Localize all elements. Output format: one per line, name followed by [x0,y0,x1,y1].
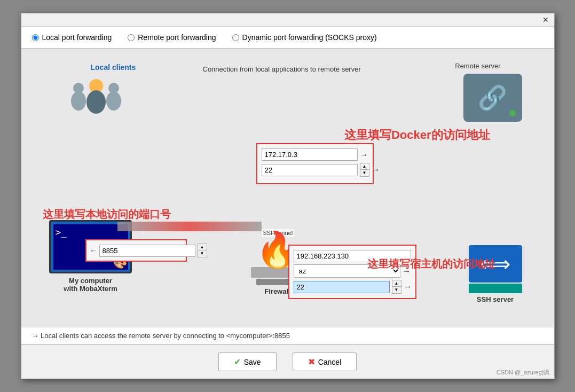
local-port-spinner[interactable]: ▲ ▼ [198,244,207,257]
local-spinner-down[interactable]: ▼ [198,250,207,257]
local-clients-icon [64,74,128,122]
remote-server-icon: 🔗 [463,74,522,122]
left-arrow-icon: ← [90,246,97,255]
svg-point-1 [71,91,86,111]
ssh-server-area: ⟺ SSH server [463,245,527,303]
main-area: Local clients Connection from local appl… [21,49,554,327]
local-port-annotation: 这里填写本地访问的端口号 [43,207,171,221]
ssh-port-spinner[interactable]: ▲ ▼ [392,280,401,294]
cancel-label: Cancel [318,358,342,366]
local-port-box: ← ▲ ▼ [85,239,187,262]
save-button[interactable]: ✔ Save [218,352,277,371]
ssh-port-input[interactable] [294,281,390,293]
remote-server-label: Remote server [455,62,500,70]
save-icon: ✔ [234,357,241,367]
spinner-up[interactable]: ▲ [360,163,369,170]
ssh-spinner-up[interactable]: ▲ [392,280,401,287]
radio-remote-input[interactable] [128,34,135,41]
my-computer-label: My computer with MobaXterm [43,277,139,293]
radio-dynamic-label: Dynamic port forwarding (SOCKS proxy) [242,33,377,42]
svg-point-5 [86,90,106,114]
status-text: → Local clients can access the remote se… [32,332,290,340]
connection-desc-label: Connection from local applications to re… [203,65,361,73]
radio-local[interactable]: Local port forwarding [32,33,112,42]
local-port-row: ← ▲ ▼ [90,244,183,257]
title-bar: ✕ [21,13,554,27]
ssh-spinner-down[interactable]: ▼ [392,287,401,293]
ssh-server-label: SSH server [463,295,527,303]
radio-local-label: Local port forwarding [42,33,112,42]
ssh-port-row: ▲ ▼ → [294,280,411,294]
watermark: CSDN @_azureg)涡 [497,369,550,377]
terminal-cursor: >_ [56,226,67,238]
local-port-input[interactable] [99,245,195,257]
close-button[interactable]: ✕ [540,15,551,24]
cancel-icon: ✖ [308,357,315,367]
radio-local-input[interactable] [32,34,39,41]
button-bar: ✔ Save ✖ Cancel [21,344,554,379]
main-dialog: ✕ Local port forwarding Remote port forw… [21,13,555,379]
tunnel-bar [117,222,262,231]
radio-dynamic[interactable]: Dynamic port forwarding (SOCKS proxy) [232,33,377,42]
remote-port-input[interactable] [262,164,358,176]
radio-remote-label: Remote port forwarding [138,33,216,42]
ssh-server-base [469,284,522,293]
remote-port-spinner[interactable]: ▲ ▼ [360,163,369,177]
diagram: Local clients Connection from local appl… [32,58,544,314]
green-dot [509,110,516,116]
arrow-right-icon: → [360,150,368,160]
annotation-top: 这里填写Docker的访问地址 [344,127,490,143]
cancel-button[interactable]: ✖ Cancel [293,352,357,371]
status-bar: → Local clients can access the remote se… [21,327,554,344]
annotation-bottom: 这里填写宿主机的访问地址 [367,257,495,271]
remote-port-row: ▲ ▼ → [262,163,368,177]
local-spinner-up[interactable]: ▲ [198,244,207,250]
radio-dynamic-input[interactable] [232,34,239,41]
remote-host-input[interactable] [262,148,358,161]
remote-server-input-box: → ▲ ▼ → [256,143,374,184]
arrow-right-icon4: → [404,282,412,292]
svg-point-3 [106,91,121,111]
local-clients-label: Local clients [91,63,136,72]
radio-bar: Local port forwarding Remote port forwar… [21,27,554,49]
save-label: Save [244,358,261,366]
ssh-server-input-box: az → ▲ ▼ → [288,245,416,299]
spinner-down[interactable]: ▼ [360,170,369,176]
link-icon: 🔗 [478,84,507,112]
radio-remote[interactable]: Remote port forwarding [128,33,216,42]
arrow-right-icon2: → [372,165,380,175]
remote-host-row: → [262,148,368,161]
